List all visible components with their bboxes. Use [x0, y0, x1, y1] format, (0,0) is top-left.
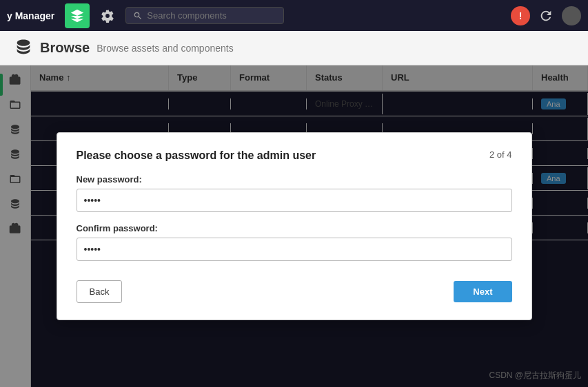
- confirm-password-label: Confirm password:: [77, 223, 512, 233]
- search-input[interactable]: [147, 10, 276, 21]
- app-logo: [65, 3, 90, 28]
- dialog-footer: Back Next: [77, 280, 512, 303]
- search-icon: [133, 11, 143, 21]
- refresh-icon: [538, 8, 554, 23]
- refresh-button[interactable]: [538, 8, 554, 23]
- dialog-header: Please choose a password for the admin u…: [77, 149, 512, 162]
- new-password-label: New password:: [77, 174, 512, 185]
- dialog-step: 2 of 4: [489, 149, 512, 160]
- search-bar: [125, 7, 284, 24]
- new-password-input[interactable]: [77, 189, 512, 212]
- alert-icon: !: [511, 6, 530, 25]
- page-title: Browse: [40, 40, 90, 56]
- new-password-field: New password:: [77, 174, 512, 212]
- dialog-title: Please choose a password for the admin u…: [77, 149, 316, 162]
- box-icon: [70, 8, 85, 23]
- gear-icon: [101, 9, 114, 23]
- page-description: Browse assets and components: [97, 43, 233, 54]
- settings-button[interactable]: [97, 5, 119, 27]
- nav-right: !: [511, 6, 581, 25]
- app-title: y Manager: [7, 10, 54, 21]
- confirm-password-field: Confirm password:: [77, 223, 512, 261]
- database-icon: [14, 37, 33, 59]
- confirm-password-input[interactable]: [77, 238, 512, 261]
- modal-overlay: Please choose a password for the admin u…: [0, 65, 588, 387]
- user-avatar: [562, 6, 581, 25]
- password-dialog: Please choose a password for the admin u…: [57, 132, 532, 320]
- next-button[interactable]: Next: [454, 281, 511, 302]
- main-area: Name ↑ Type Format Status URL Health Onl…: [0, 65, 588, 387]
- sub-header: Browse Browse assets and components: [0, 31, 588, 65]
- navbar: y Manager !: [0, 0, 588, 31]
- db-icon-svg: [14, 37, 33, 56]
- back-button[interactable]: Back: [77, 280, 123, 303]
